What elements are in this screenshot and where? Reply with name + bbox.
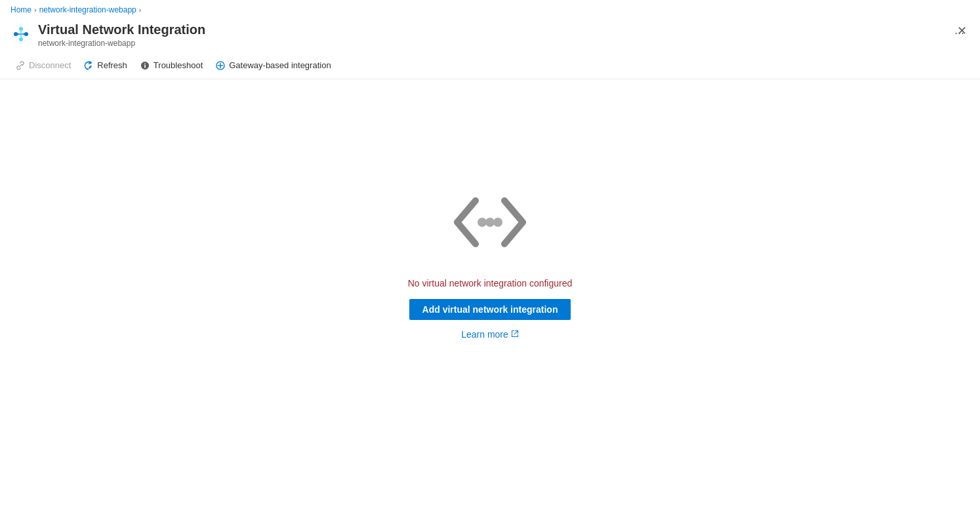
toolbar: Disconnect Refresh Troubleshoot Gateway-…: [0, 52, 980, 79]
empty-state-illustration: [438, 186, 542, 265]
gateway-button[interactable]: Gateway-based integration: [211, 57, 336, 73]
disconnect-button[interactable]: Disconnect: [10, 57, 76, 73]
svg-point-13: [493, 218, 502, 227]
breadcrumb: Home › network-integration-webapp ›: [0, 0, 980, 17]
header-text: Virtual Network Integration network-inte…: [38, 21, 949, 48]
disconnect-label: Disconnect: [29, 60, 71, 70]
page-subtitle: network-integration-webapp: [38, 39, 949, 48]
troubleshoot-button[interactable]: Troubleshoot: [135, 57, 208, 73]
page-icon: [10, 24, 31, 45]
breadcrumb-resource[interactable]: network-integration-webapp: [39, 5, 136, 14]
breadcrumb-chevron-1: ›: [34, 6, 37, 14]
breadcrumb-chevron-2: ›: [139, 6, 142, 14]
svg-point-11: [478, 218, 487, 227]
refresh-label: Refresh: [97, 60, 127, 70]
disconnect-icon: [16, 61, 25, 70]
page-header: Virtual Network Integration network-inte…: [0, 17, 980, 48]
learn-more-link[interactable]: Learn more: [461, 329, 519, 340]
gateway-label: Gateway-based integration: [229, 60, 331, 70]
svg-point-3: [19, 37, 23, 41]
gateway-icon: [216, 61, 225, 70]
close-button[interactable]: ✕: [954, 22, 970, 39]
learn-more-label: Learn more: [461, 329, 508, 340]
page-title: Virtual Network Integration: [38, 21, 949, 38]
refresh-icon: [84, 61, 93, 70]
empty-state-message: No virtual network integration configure…: [408, 278, 573, 288]
external-link-icon: [511, 330, 519, 340]
troubleshoot-label: Troubleshoot: [153, 60, 203, 70]
refresh-button[interactable]: Refresh: [79, 57, 133, 73]
add-virtual-network-button[interactable]: Add virtual network integration: [409, 299, 571, 320]
svg-point-2: [19, 27, 23, 31]
troubleshoot-icon: [140, 61, 150, 70]
svg-point-12: [485, 218, 495, 227]
main-content: No virtual network integration configure…: [0, 79, 980, 447]
breadcrumb-home[interactable]: Home: [10, 5, 31, 14]
